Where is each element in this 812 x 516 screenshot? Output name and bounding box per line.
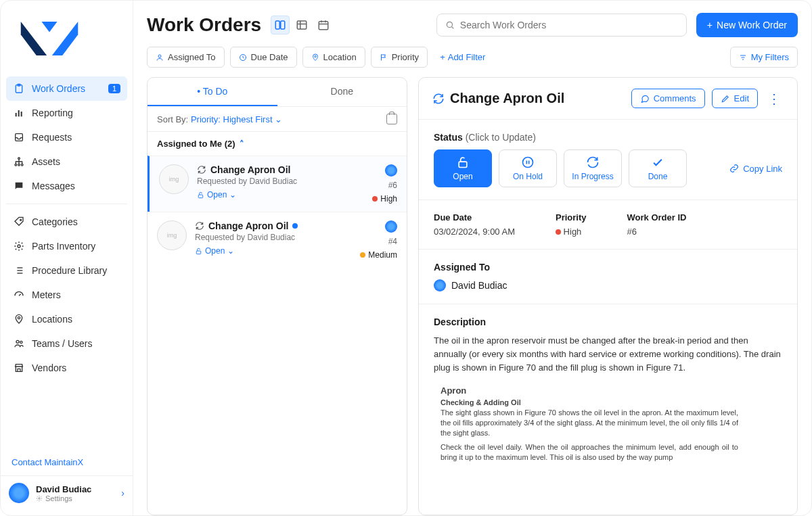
chevron-down-icon: ⌄	[275, 114, 282, 124]
svg-point-9	[20, 219, 22, 220]
nav-label: Meters	[32, 289, 120, 300]
thumbnail: img	[159, 164, 189, 194]
my-filters-button[interactable]: My Filters	[730, 47, 798, 68]
status-done-button[interactable]: Done	[629, 149, 687, 187]
work-order-detail: Change Apron Oil Comments Edit ⋮ Status …	[418, 77, 798, 515]
status-onhold-button[interactable]: On Hold	[499, 149, 557, 187]
list-item[interactable]: img Change Apron Oil Requested by David …	[148, 156, 407, 212]
view-calendar-button[interactable]	[314, 16, 333, 34]
description-text: The oil in the apron reservoir must be c…	[434, 334, 782, 375]
svg-rect-38	[198, 195, 202, 198]
svg-point-6	[15, 164, 17, 166]
svg-rect-40	[459, 162, 467, 167]
contact-link[interactable]: Contact MaintainX	[1, 446, 133, 475]
embedded-document: Apron Checking & Adding Oil The sight gl…	[441, 385, 738, 462]
list-item[interactable]: img Change Apron Oil Requested by David …	[148, 212, 407, 268]
svg-rect-21	[275, 21, 279, 29]
new-work-order-button[interactable]: + New Work Order	[696, 13, 798, 37]
sidebar-item-vendors[interactable]: Vendors	[6, 356, 127, 380]
chevron-right-icon: ›	[121, 488, 125, 498]
filter-location[interactable]: Location	[302, 47, 365, 68]
unlock-icon	[197, 191, 204, 199]
pin-icon	[311, 53, 319, 62]
thumbnail: img	[157, 220, 187, 250]
tab-todo[interactable]: To Do	[148, 78, 277, 106]
nav-label: Reporting	[32, 108, 120, 118]
svg-point-32	[158, 55, 161, 57]
group-header[interactable]: Assigned to Me (2) ˄	[148, 131, 407, 156]
svg-rect-3	[18, 110, 20, 116]
sidebar-item-messages[interactable]: Messages	[6, 174, 127, 198]
user-menu[interactable]: David Budiac Settings ›	[1, 475, 133, 510]
sidebar-item-work-orders[interactable]: Work Orders 1	[6, 76, 127, 101]
plus-icon: +	[440, 52, 445, 62]
user-icon	[156, 53, 164, 62]
add-filter-button[interactable]: +Add Filter	[433, 47, 492, 67]
link-icon	[729, 164, 739, 173]
chevron-up-icon: ˄	[240, 139, 244, 149]
plus-icon: +	[707, 20, 713, 30]
status-dropdown[interactable]: Open ⌄	[195, 246, 234, 256]
avatar	[434, 279, 446, 291]
svg-point-7	[18, 164, 20, 166]
repeat-icon	[432, 93, 445, 105]
svg-point-34	[314, 55, 316, 57]
nav-label: Vendors	[32, 362, 120, 373]
sidebar-item-meters[interactable]: Meters	[6, 283, 127, 307]
svg-rect-39	[196, 251, 200, 254]
inbox-icon	[13, 131, 25, 143]
comments-button[interactable]: Comments	[631, 89, 705, 108]
svg-rect-23	[297, 21, 307, 29]
nav-label: Assets	[32, 156, 120, 167]
sidebar-item-categories[interactable]: Categories	[6, 210, 127, 234]
filter-due-date[interactable]: Due Date	[230, 47, 297, 68]
work-order-list: To Do Done Sort By: Priority: Highest Fi…	[147, 77, 407, 515]
svg-rect-22	[281, 21, 285, 29]
filter-assigned-to[interactable]: Assigned To	[147, 47, 225, 68]
edit-button[interactable]: Edit	[712, 89, 758, 108]
copy-link-button[interactable]: Copy Link	[729, 164, 782, 174]
pin-icon	[13, 313, 25, 325]
sidebar-item-reporting[interactable]: Reporting	[6, 101, 127, 125]
filter-priority[interactable]: Priority	[371, 47, 428, 68]
gear-icon	[13, 240, 25, 252]
chat-icon	[13, 180, 25, 192]
nav-label: Teams / Users	[32, 338, 120, 349]
status-open-button[interactable]: Open	[434, 149, 492, 187]
sidebar-item-requests[interactable]: Requests	[6, 125, 127, 149]
search-input-wrap[interactable]	[436, 14, 687, 37]
svg-line-31	[451, 26, 453, 28]
svg-point-17	[18, 316, 20, 319]
svg-rect-2	[16, 113, 17, 116]
sidebar-item-parts[interactable]: Parts Inventory	[6, 234, 127, 258]
sliders-icon	[739, 53, 747, 62]
sidebar-item-teams[interactable]: Teams / Users	[6, 331, 127, 356]
clock-icon	[239, 53, 247, 62]
nav-label: Categories	[32, 216, 120, 227]
flag-icon	[380, 53, 388, 62]
avatar	[385, 220, 397, 233]
sidebar-item-procedures[interactable]: Procedure Library	[6, 258, 127, 283]
sort-control[interactable]: Sort By: Priority: Highest First ⌄	[157, 114, 282, 124]
svg-rect-4	[21, 112, 22, 116]
gauge-icon	[13, 289, 25, 301]
status-dropdown[interactable]: Open ⌄	[197, 190, 236, 200]
svg-point-5	[18, 158, 20, 160]
view-table-button[interactable]	[292, 16, 311, 34]
archive-icon[interactable]	[386, 114, 397, 124]
pencil-icon	[721, 94, 730, 103]
sidebar-item-locations[interactable]: Locations	[6, 307, 127, 331]
hierarchy-icon	[13, 156, 25, 168]
sidebar-item-assets[interactable]: Assets	[6, 149, 127, 174]
svg-point-41	[523, 158, 533, 168]
view-split-button[interactable]	[271, 16, 290, 34]
tab-done[interactable]: Done	[277, 78, 407, 106]
svg-point-18	[16, 340, 19, 343]
priority-badge: High	[372, 194, 397, 204]
more-menu[interactable]: ⋮	[765, 91, 784, 107]
svg-point-30	[447, 22, 452, 27]
status-progress-button[interactable]: In Progress	[564, 149, 622, 187]
search-input[interactable]	[460, 20, 678, 30]
tag-icon	[13, 216, 25, 228]
assignee[interactable]: David Budiac	[434, 279, 782, 291]
